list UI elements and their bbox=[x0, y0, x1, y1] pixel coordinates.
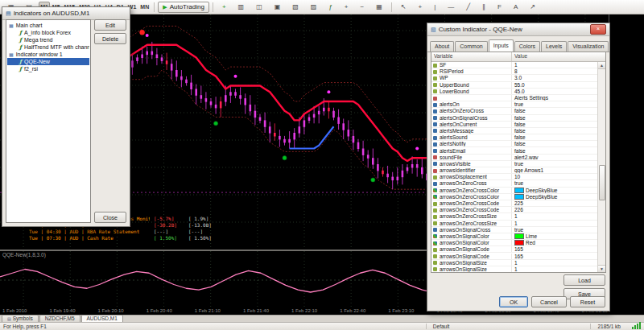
tree-item[interactable]: ▦Main chart bbox=[7, 22, 89, 29]
zoom-out-icon[interactable]: − bbox=[355, 2, 370, 12]
autotrading-button[interactable]: ▶ AutoTrading bbox=[158, 2, 209, 13]
param-row[interactable]: arrowsOnZeroCrossColorDeepSkyBlue bbox=[431, 194, 598, 200]
delete-button[interactable]: Delete bbox=[94, 33, 126, 44]
tree-item[interactable]: ƒMega trend bbox=[7, 36, 89, 43]
tree-item[interactable]: ƒQQE-New bbox=[7, 58, 89, 65]
param-value-cell[interactable]: false bbox=[512, 122, 598, 127]
param-row[interactable]: arrowsOnZeroCrossColorDeepSkyBlue bbox=[431, 188, 598, 194]
tab-inputs[interactable]: Inputs bbox=[489, 39, 514, 52]
close-button[interactable]: Close bbox=[94, 212, 126, 223]
strategy-tester-icon[interactable]: ▨ bbox=[305, 2, 323, 12]
tab-colors[interactable]: Colors bbox=[514, 41, 540, 52]
param-value-cell[interactable]: 55.0 bbox=[512, 82, 598, 88]
param-row[interactable]: _Alerts Settings bbox=[431, 95, 598, 101]
param-value-cell[interactable]: false bbox=[512, 141, 598, 146]
param-row[interactable]: arrowsDisplacement10 bbox=[431, 174, 598, 180]
param-row[interactable]: LowerBound45.0 bbox=[431, 89, 598, 95]
param-row[interactable]: arrowsOnZeroCrossCode225 bbox=[431, 200, 598, 207]
param-value-cell[interactable]: 1 bbox=[512, 260, 598, 266]
reset-button[interactable]: Reset bbox=[570, 296, 605, 307]
param-row[interactable]: alertsMessagefalse bbox=[431, 128, 598, 134]
param-row[interactable]: alertsOnSignalCrossfalse bbox=[431, 115, 598, 122]
param-row[interactable]: alertsOntrue bbox=[431, 101, 598, 108]
param-value-cell[interactable]: DeepSkyBlue bbox=[512, 194, 598, 200]
param-row[interactable]: arrowsOnSignalCode165 bbox=[431, 246, 598, 253]
param-value-cell[interactable]: true bbox=[512, 227, 598, 233]
scrollbar-thumb[interactable] bbox=[599, 165, 605, 200]
cursor-icon[interactable]: ↖ bbox=[395, 2, 412, 12]
tree-item[interactable]: ƒHalfTrend MTF with channels & alerts bbox=[7, 43, 89, 51]
zoom-in-icon[interactable]: + bbox=[339, 2, 354, 12]
tab-about[interactable]: About bbox=[430, 41, 454, 52]
channel-icon[interactable]: ∥ bbox=[477, 2, 491, 12]
param-value-cell[interactable]: 1 bbox=[512, 213, 598, 219]
chart-tab-nzdchf-m5[interactable]: NZDCHF,M5 bbox=[39, 315, 80, 322]
param-value-cell[interactable]: false bbox=[512, 134, 598, 140]
param-value-cell[interactable]: DeepSkyBlue bbox=[512, 188, 598, 193]
load-button[interactable]: Load bbox=[564, 274, 605, 286]
tree-item[interactable]: ƒf2_rsi bbox=[7, 65, 89, 72]
param-value-cell[interactable]: false bbox=[512, 128, 598, 134]
param-row[interactable]: arrowsOnSignalCrosstrue bbox=[431, 227, 598, 233]
custom-dialog-titlebar[interactable]: ▧ Custom Indicator - QQE-New × bbox=[427, 23, 609, 36]
horizontal-line-icon[interactable]: — bbox=[442, 2, 460, 12]
vertical-line-icon[interactable]: | bbox=[428, 2, 441, 12]
scroll-up-icon[interactable]: ▲ bbox=[598, 62, 605, 69]
param-value-cell[interactable]: 165 bbox=[512, 246, 598, 252]
param-value-cell[interactable]: alert2.wav bbox=[512, 155, 598, 160]
navigator-icon[interactable]: ▣ bbox=[269, 2, 287, 12]
ok-button[interactable]: OK bbox=[499, 296, 528, 307]
param-value-cell[interactable]: Lime bbox=[512, 233, 598, 239]
close-icon[interactable]: × bbox=[590, 24, 606, 35]
param-value-cell[interactable]: false bbox=[512, 148, 598, 154]
param-value-cell[interactable]: 3.0 bbox=[512, 75, 598, 80]
chart-tab-audusd-m1[interactable]: AUDUSD,M1 bbox=[81, 315, 123, 322]
param-row[interactable]: alertsEmailfalse bbox=[431, 147, 598, 154]
timeframe-mn-button[interactable]: MN bbox=[138, 2, 151, 12]
param-value-cell[interactable]: false bbox=[512, 115, 598, 121]
cancel-button[interactable]: Cancel bbox=[531, 296, 567, 307]
param-value-cell[interactable]: 45.0 bbox=[512, 89, 598, 94]
indicators-icon[interactable]: ƒ bbox=[323, 2, 337, 12]
column-value[interactable]: Value bbox=[512, 52, 605, 61]
param-row[interactable]: SF1 bbox=[431, 62, 598, 68]
param-row[interactable]: arrowsOnSignalColorLime bbox=[431, 233, 598, 240]
param-row[interactable]: alertsSoundfalse bbox=[431, 134, 598, 141]
param-value-cell[interactable]: false bbox=[512, 108, 598, 113]
trendline-icon[interactable]: ╱ bbox=[460, 2, 476, 12]
param-row[interactable]: arrowsOnZeroCrosstrue bbox=[431, 180, 598, 187]
price-axis[interactable] bbox=[609, 14, 644, 307]
param-row[interactable]: alertsNotifyfalse bbox=[431, 141, 598, 147]
param-value-cell[interactable]: 225 bbox=[512, 200, 598, 206]
arrow-tool-icon[interactable]: ↗ bbox=[524, 2, 541, 12]
tab-visualization[interactable]: Visualization bbox=[568, 41, 609, 52]
param-row[interactable]: WP3.0 bbox=[431, 75, 598, 81]
param-row[interactable]: UpperBound55.0 bbox=[431, 82, 598, 89]
param-row[interactable]: soundFilealert2.wav bbox=[431, 155, 598, 161]
market-watch-icon[interactable]: ▥ bbox=[233, 2, 250, 12]
param-value-cell[interactable]: 8 bbox=[512, 68, 598, 74]
param-row[interactable]: alertsOnCurrentfalse bbox=[431, 122, 598, 128]
scroll-down-icon[interactable]: ▼ bbox=[598, 265, 605, 272]
param-value-cell[interactable]: 226 bbox=[512, 207, 598, 212]
table-scrollbar[interactable]: ▲ ▼ bbox=[597, 62, 605, 272]
param-value-cell[interactable]: 1 bbox=[512, 221, 598, 226]
param-value-cell[interactable]: true bbox=[512, 180, 598, 186]
param-value-cell[interactable]: 1 bbox=[512, 266, 598, 272]
param-row[interactable]: arrowsOnZeroCrossSize1 bbox=[431, 221, 598, 227]
param-row[interactable]: arrowsIdentifierqqe Arrows1 bbox=[431, 167, 598, 174]
param-row[interactable]: arrowsOnSignalSize1 bbox=[431, 260, 598, 266]
edit-button[interactable]: Edit bbox=[94, 19, 126, 31]
param-row[interactable]: arrowsOnZeroCrossSize1 bbox=[431, 213, 598, 220]
param-value-cell[interactable]: Red bbox=[512, 240, 598, 245]
data-window-icon[interactable]: ◫ bbox=[250, 2, 268, 12]
indicators-dialog-titlebar[interactable]: ▤ Indicators on AUDUSD,M1 bbox=[2, 7, 130, 20]
param-value-cell[interactable]: true bbox=[512, 101, 598, 107]
param-value-cell[interactable]: Alerts Settings bbox=[512, 95, 598, 101]
new-order-icon[interactable]: + bbox=[217, 2, 232, 12]
param-value-cell[interactable]: 10 bbox=[512, 174, 598, 179]
column-variable[interactable]: Variable bbox=[431, 52, 512, 61]
param-row[interactable]: arrowsOnZeroCrossCode226 bbox=[431, 207, 598, 213]
status-profile[interactable]: Default bbox=[426, 324, 456, 329]
text-label-icon[interactable]: A bbox=[508, 2, 523, 12]
